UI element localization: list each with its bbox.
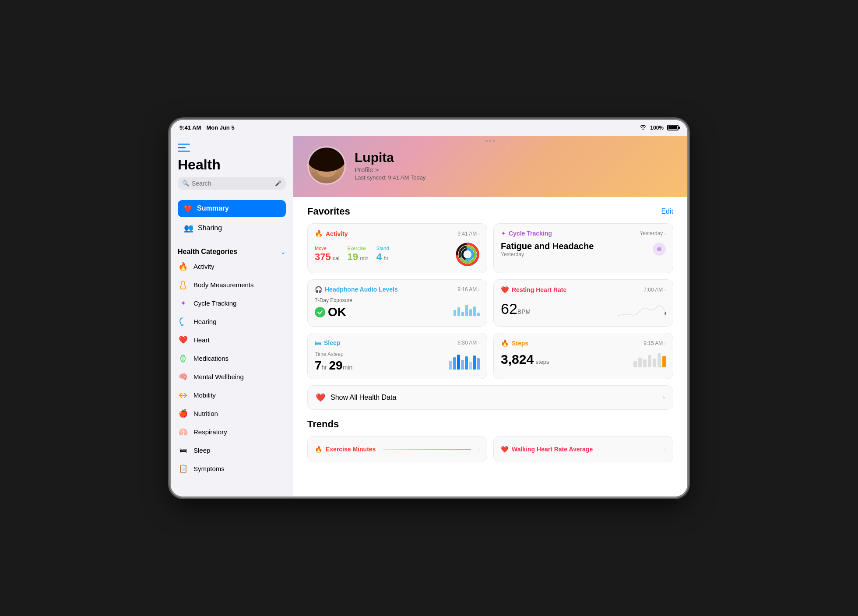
sleep-bar-chart (449, 354, 480, 370)
health-categories-header: Health Categories ⌄ (171, 244, 293, 257)
stand-metric: Stand 4 hr (376, 246, 389, 263)
search-input[interactable] (192, 180, 272, 187)
app-title: Health (178, 157, 286, 173)
sidebar-item-respiratory[interactable]: 🫁 Respiratory (171, 423, 293, 441)
steps-icon: 🔥 (501, 339, 509, 347)
trend-heart-chevron-icon: › (664, 447, 666, 452)
profile-link-text: Profile > (355, 166, 379, 173)
edit-button[interactable]: Edit (661, 208, 673, 215)
sidebar: Health 🔍 🎤 ❤️ Summary 👥 Sharing Health C… (171, 136, 293, 496)
show-all-chevron-icon: › (663, 394, 665, 401)
hero-section: Lupita Profile > Last synced: 9:41 AM To… (293, 136, 687, 197)
cycle-tracking-card[interactable]: ✦ Cycle Tracking Yesterday › Fatigue and… (493, 223, 673, 273)
activity-card-title: Activity (326, 230, 348, 237)
sleep-label: Sleep (193, 447, 210, 454)
cycle-card-title: Cycle Tracking (509, 230, 552, 237)
nutrition-icon: 🍎 (178, 408, 188, 419)
profile-info: Lupita Profile > Last synced: 9:41 AM To… (355, 150, 425, 181)
heart-icon: ❤️ (178, 335, 188, 345)
trends-title: Trends (307, 419, 673, 430)
steps-card-time: 9:15 AM (644, 340, 663, 346)
svg-rect-0 (178, 144, 190, 145)
steps-chevron-icon: › (664, 341, 666, 346)
search-bar[interactable]: 🔍 🎤 (178, 177, 286, 190)
cycle-tracking-icon: ✦ (178, 298, 188, 309)
activity-card[interactable]: 🔥 Activity 9:41 AM › Move (307, 223, 487, 273)
sleep-time-label: Time Asleep (315, 351, 352, 357)
resting-heart-icon: ❤️ (501, 286, 509, 294)
sidebar-item-symptoms[interactable]: 📋 Symptoms (171, 460, 293, 478)
mobility-label: Mobility (193, 391, 216, 399)
headphone-card-title: Headphone Audio Levels (325, 286, 398, 293)
profile-link[interactable]: Profile > (355, 166, 425, 173)
mic-icon[interactable]: 🎤 (275, 180, 281, 187)
main-content: Lupita Profile > Last synced: 9:41 AM To… (293, 136, 687, 496)
sleep-hours-value: 7 (315, 359, 322, 372)
mental-wellbeing-label: Mental Wellbeing (193, 373, 244, 380)
heart-rate-chart (618, 298, 666, 320)
activity-label: Activity (193, 263, 214, 270)
activity-card-time: 9:41 AM (457, 231, 477, 237)
sidebar-item-mental-wellbeing[interactable]: 🧠 Mental Wellbeing (171, 368, 293, 386)
sidebar-toggle-icon[interactable] (178, 143, 190, 152)
sidebar-item-heart[interactable]: ❤️ Heart (171, 331, 293, 349)
headphone-icon: 🎧 (315, 286, 322, 293)
sidebar-item-hearing[interactable]: Hearing (171, 313, 293, 331)
hearing-label: Hearing (193, 318, 217, 325)
show-all-heart-icon: ❤️ (316, 393, 325, 402)
show-all-label: Show All Health Data (331, 394, 396, 401)
sleep-card[interactable]: 🛏 Sleep 6:30 AM › Time Asleep (307, 333, 487, 379)
mobility-icon (178, 390, 188, 401)
sleep-icon: 🛏 (178, 445, 188, 456)
exposure-label: 7-Day Exposure (315, 297, 352, 303)
stand-label: Stand (376, 246, 389, 251)
nutrition-label: Nutrition (193, 410, 218, 417)
sharing-label: Sharing (198, 224, 222, 232)
heart-label: Heart (193, 336, 210, 344)
exercise-metric: Exercise 19 min (348, 246, 369, 263)
show-all-health-data[interactable]: ❤️ Show All Health Data › (307, 385, 673, 410)
trend-exercise-minutes[interactable]: 🔥 Exercise Minutes › (307, 436, 487, 462)
body-measurements-label: Body Measurements (193, 281, 254, 289)
sidebar-item-nutrition[interactable]: 🍎 Nutrition (171, 405, 293, 423)
sleep-hours-unit: hr (322, 364, 327, 371)
resting-heart-rate-card[interactable]: ❤️ Resting Heart Rate 7:00 AM › 62BPM (493, 279, 673, 327)
body-measurements-icon (178, 280, 188, 290)
exercise-unit: min (360, 255, 368, 261)
activity-chevron-icon: › (478, 231, 480, 236)
exercise-value: 19 (348, 251, 358, 262)
cycle-card-icon: ✦ (501, 230, 506, 237)
steps-unit: steps (536, 359, 549, 365)
steps-card[interactable]: 🔥 Steps 9:15 AM › 3,824 steps (493, 333, 673, 379)
battery-percentage: 100% (650, 125, 664, 131)
cycle-tracking-label: Cycle Tracking (193, 299, 236, 307)
time-display: 9:41 AM (179, 124, 201, 131)
ok-status: OK (315, 305, 352, 319)
headphone-card[interactable]: 🎧 Headphone Audio Levels 9:16 AM › 7-Day… (307, 279, 487, 327)
steps-value: 3,824 (501, 352, 534, 366)
stand-value: 4 (376, 251, 382, 262)
trends-grid: 🔥 Exercise Minutes › ❤️ Walking Heart Ra… (307, 436, 673, 462)
sidebar-item-activity[interactable]: 🔥 Activity (171, 257, 293, 276)
svg-rect-2 (178, 151, 190, 152)
sidebar-item-sleep[interactable]: 🛏 Sleep (171, 441, 293, 460)
sidebar-item-sharing[interactable]: 👥 Sharing (178, 219, 286, 237)
symptoms-icon: 📋 (178, 464, 188, 474)
trends-section: Trends 🔥 Exercise Minutes › ❤️ Walking H… (293, 419, 687, 471)
sidebar-item-cycle-tracking[interactable]: ✦ Cycle Tracking (171, 294, 293, 313)
date-display: Mon Jun 5 (206, 124, 234, 131)
sleep-card-icon: 🛏 (315, 339, 321, 347)
trend-walking-heart-rate[interactable]: ❤️ Walking Heart Rate Average › (493, 436, 673, 462)
sidebar-item-medications[interactable]: Medications (171, 349, 293, 368)
sidebar-item-body-measurements[interactable]: Body Measurements (171, 276, 293, 294)
favorites-title-row: Favorites Edit (307, 206, 673, 217)
chevron-down-icon[interactable]: ⌄ (281, 248, 286, 255)
respiratory-label: Respiratory (193, 428, 227, 436)
bpm-unit: BPM (517, 308, 531, 315)
activity-ring (455, 242, 480, 267)
sleep-card-time: 6:30 AM (457, 340, 477, 346)
medications-label: Medications (193, 355, 229, 362)
sidebar-item-mobility[interactable]: Mobility (171, 386, 293, 405)
sidebar-item-summary[interactable]: ❤️ Summary (178, 200, 286, 217)
status-bar: 9:41 AM Mon Jun 5 100% (171, 120, 687, 136)
